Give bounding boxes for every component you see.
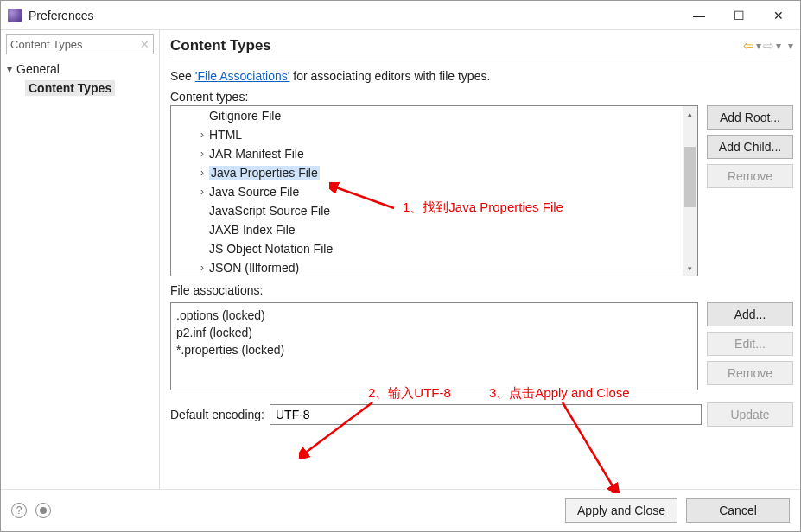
content-type-item[interactable]: ›Gitignore File: [171, 106, 683, 125]
scroll-up-icon[interactable]: ▴: [683, 106, 697, 121]
content-type-label: JavaScript Source File: [209, 204, 330, 218]
file-associations-label: File associations:: [170, 283, 793, 297]
chevron-right-icon: ›: [197, 148, 207, 160]
filter-placeholder: Content Types: [10, 38, 83, 51]
import-export-icon[interactable]: [35, 503, 51, 518]
preferences-tree[interactable]: ▾ General Content Types: [1, 58, 159, 489]
add-child-button[interactable]: Add Child...: [707, 135, 793, 159]
content-type-label: Java Properties File: [209, 166, 320, 180]
toolbar-menu-icon[interactable]: ▾: [788, 40, 793, 52]
content-type-label: Gitignore File: [209, 109, 281, 123]
preferences-sidebar: Content Types ✕ ▾ General Content Types: [1, 30, 159, 489]
clear-filter-icon[interactable]: ✕: [140, 38, 149, 51]
file-assoc-item[interactable]: *.properties (locked): [176, 341, 692, 358]
content-type-label: JAR Manifest File: [209, 147, 304, 161]
page-title: Content Types: [170, 37, 271, 54]
add-assoc-button[interactable]: Add...: [707, 302, 793, 326]
content-type-label: Java Source File: [209, 185, 299, 199]
content-type-item[interactable]: ›JSON (Illformed): [171, 258, 683, 276]
file-associations-list[interactable]: .options (locked)p2.inf (locked)*.proper…: [170, 302, 698, 390]
content-type-item[interactable]: ›Java Properties File: [171, 163, 683, 182]
fwd-dropdown-icon[interactable]: ▾: [776, 40, 781, 52]
nav-forward-icon[interactable]: ⇨: [763, 38, 774, 54]
file-associations-link[interactable]: 'File Associations': [195, 69, 290, 83]
content-type-item[interactable]: ›HTML: [171, 125, 683, 144]
remove-type-button: Remove: [707, 164, 793, 188]
maximize-button[interactable]: ☐: [719, 3, 759, 28]
content-type-item[interactable]: ›Java Source File: [171, 182, 683, 201]
content-type-label: JS Object Notation File: [209, 242, 333, 256]
content-types-label: Content types:: [170, 90, 793, 104]
filter-input[interactable]: Content Types ✕: [6, 34, 154, 54]
content-type-label: JAXB Index File: [209, 223, 296, 237]
scrollbar[interactable]: ▴ ▾: [683, 106, 697, 276]
chevron-right-icon: ›: [197, 167, 207, 179]
content-type-label: HTML: [209, 128, 242, 142]
default-encoding-field[interactable]: [270, 404, 702, 425]
apply-and-close-button[interactable]: Apply and Close: [565, 498, 677, 522]
minimize-button[interactable]: —: [679, 3, 719, 28]
nav-back-icon[interactable]: ⇦: [743, 38, 754, 54]
back-dropdown-icon[interactable]: ▾: [756, 40, 761, 52]
window-title: Preferences: [29, 9, 679, 22]
scroll-thumb[interactable]: [684, 147, 696, 207]
chevron-right-icon: ›: [197, 129, 207, 141]
chevron-right-icon: ›: [197, 262, 207, 274]
content-type-label: JSON (Illformed): [209, 261, 299, 275]
file-assoc-item[interactable]: .options (locked): [176, 307, 692, 324]
content-type-item[interactable]: ›JAR Manifest File: [171, 144, 683, 163]
page-description: See 'File Associations' for associating …: [170, 69, 793, 83]
help-icon[interactable]: ?: [11, 503, 27, 518]
close-button[interactable]: ✕: [759, 3, 798, 28]
content-type-item[interactable]: ›JAXB Index File: [171, 220, 683, 239]
remove-assoc-button: Remove: [707, 361, 793, 385]
content-type-item[interactable]: ›JavaScript Source File: [171, 201, 683, 220]
file-assoc-item[interactable]: p2.inf (locked): [176, 324, 692, 341]
edit-assoc-button: Edit...: [707, 332, 793, 356]
default-encoding-label: Default encoding:: [170, 408, 264, 421]
tree-item-general[interactable]: ▾ General: [1, 60, 159, 79]
content-types-list[interactable]: ›Gitignore File›HTML›JAR Manifest File›J…: [170, 105, 698, 276]
chevron-down-icon: ▾: [4, 63, 15, 75]
chevron-right-icon: ›: [197, 186, 207, 198]
content-type-item[interactable]: ›JS Object Notation File: [171, 239, 683, 258]
add-root-button[interactable]: Add Root...: [707, 105, 793, 130]
tree-item-content-types[interactable]: Content Types: [1, 79, 159, 98]
update-button: Update: [707, 402, 793, 427]
app-icon: [8, 9, 22, 22]
cancel-button[interactable]: Cancel: [686, 498, 790, 522]
scroll-down-icon[interactable]: ▾: [683, 261, 697, 276]
